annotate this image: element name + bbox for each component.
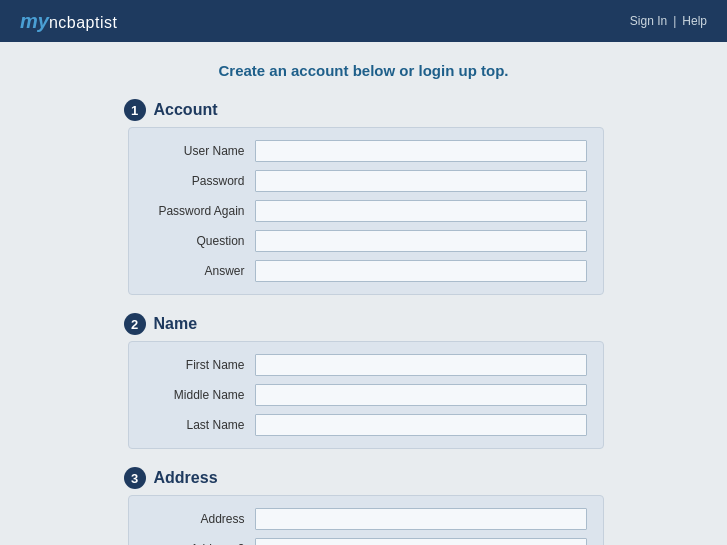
question-row: Question: [145, 230, 587, 252]
help-link[interactable]: Help: [682, 14, 707, 28]
site-header: my ncbaptist Sign In | Help: [0, 0, 727, 42]
section-account-header: 1 Account: [124, 99, 604, 121]
question-input[interactable]: [255, 230, 587, 252]
first-name-input[interactable]: [255, 354, 587, 376]
address-row: Address: [145, 508, 587, 530]
section-account-title: Account: [154, 101, 218, 119]
last-name-label: Last Name: [145, 418, 255, 432]
middle-name-input[interactable]: [255, 384, 587, 406]
password-again-input[interactable]: [255, 200, 587, 222]
signin-link[interactable]: Sign In: [630, 14, 667, 28]
section-account: 1 Account User Name Password Password Ag…: [124, 99, 604, 295]
main-content: Create an account below or login up top.…: [64, 42, 664, 545]
middle-name-label: Middle Name: [145, 388, 255, 402]
section-address-body: Address Address 2 City State AlabamaAlas…: [128, 495, 604, 545]
password-label: Password: [145, 174, 255, 188]
section-address-header: 3 Address: [124, 467, 604, 489]
middle-name-row: Middle Name: [145, 384, 587, 406]
question-label: Question: [145, 234, 255, 248]
logo-my: my: [20, 10, 49, 33]
address-label: Address: [145, 512, 255, 526]
address2-row: Address 2: [145, 538, 587, 545]
section-name: 2 Name First Name Middle Name Last Name: [124, 313, 604, 449]
section-name-body: First Name Middle Name Last Name: [128, 341, 604, 449]
address-input[interactable]: [255, 508, 587, 530]
first-name-label: First Name: [145, 358, 255, 372]
section-name-title: Name: [154, 315, 198, 333]
username-label: User Name: [145, 144, 255, 158]
section-account-body: User Name Password Password Again Questi…: [128, 127, 604, 295]
answer-label: Answer: [145, 264, 255, 278]
section-name-header: 2 Name: [124, 313, 604, 335]
last-name-input[interactable]: [255, 414, 587, 436]
password-row: Password: [145, 170, 587, 192]
section-address-title: Address: [154, 469, 218, 487]
answer-row: Answer: [145, 260, 587, 282]
header-nav: Sign In | Help: [630, 14, 707, 28]
logo-ncbaptist: ncbaptist: [49, 14, 118, 32]
section-account-number: 1: [124, 99, 146, 121]
section-address: 3 Address Address Address 2 City State A…: [124, 467, 604, 545]
username-input[interactable]: [255, 140, 587, 162]
address2-input[interactable]: [255, 538, 587, 545]
first-name-row: First Name: [145, 354, 587, 376]
section-address-number: 3: [124, 467, 146, 489]
password-again-label: Password Again: [145, 204, 255, 218]
last-name-row: Last Name: [145, 414, 587, 436]
section-name-number: 2: [124, 313, 146, 335]
page-tagline: Create an account below or login up top.: [124, 62, 604, 79]
answer-input[interactable]: [255, 260, 587, 282]
nav-divider: |: [673, 14, 676, 28]
password-input[interactable]: [255, 170, 587, 192]
username-row: User Name: [145, 140, 587, 162]
logo: my ncbaptist: [20, 10, 117, 33]
password-again-row: Password Again: [145, 200, 587, 222]
